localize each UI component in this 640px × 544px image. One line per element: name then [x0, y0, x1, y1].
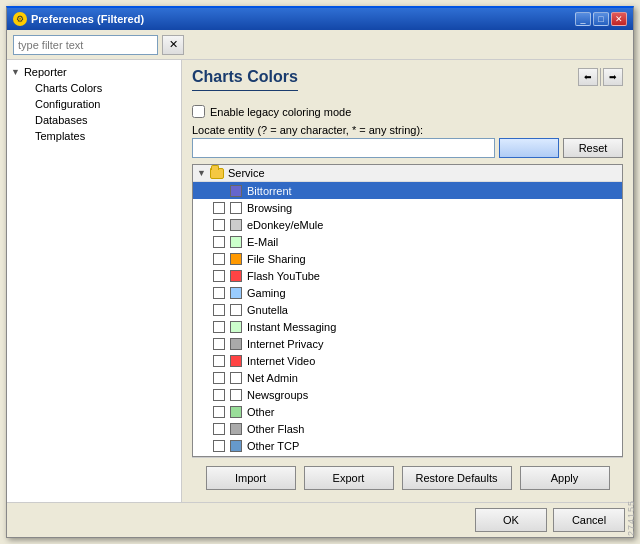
ok-button[interactable]: OK [475, 508, 547, 532]
service-color-file-sharing [230, 253, 242, 265]
sidebar-label-templates: Templates [35, 130, 85, 142]
sidebar-label-config: Configuration [35, 98, 100, 110]
service-checkbox-newsgroups[interactable] [213, 389, 225, 401]
service-label-file-sharing: File Sharing [247, 253, 306, 265]
service-color-browsing [230, 202, 242, 214]
service-item-internet-video[interactable]: Internet Video [193, 352, 622, 369]
service-color-other-flash [230, 423, 242, 435]
enable-legacy-checkbox[interactable] [192, 105, 205, 118]
service-label-other-tcp: Other TCP [247, 440, 299, 452]
sidebar-item-configuration[interactable]: Configuration [7, 96, 181, 112]
service-item-other-tcp[interactable]: Other TCP [193, 437, 622, 454]
minimize-button[interactable]: _ [575, 12, 591, 26]
service-checkbox-edonkey[interactable] [213, 219, 225, 231]
service-item-gnutella[interactable]: Gnutella [193, 301, 622, 318]
service-item-bittorrent[interactable]: Bittorrent [193, 182, 622, 199]
service-checkbox-browsing[interactable] [213, 202, 225, 214]
service-checkbox-other-flash[interactable] [213, 423, 225, 435]
sidebar-label-charts: Charts Colors [35, 82, 102, 94]
service-label-internet-privacy: Internet Privacy [247, 338, 323, 350]
filter-input[interactable] [13, 35, 158, 55]
sidebar-item-charts-colors[interactable]: Charts Colors [7, 80, 181, 96]
sidebar-item-reporter[interactable]: ▼ Reporter [7, 64, 181, 80]
panel-nav: ⬅ ➡ [578, 68, 623, 86]
service-label-instant-messaging: Instant Messaging [247, 321, 336, 333]
service-label-browsing: Browsing [247, 202, 292, 214]
title-bar-left: ⚙ Preferences (Filtered) [13, 12, 144, 26]
sidebar: ▼ Reporter Charts Colors Configuration D… [7, 60, 182, 502]
service-item-flash-youtube[interactable]: Flash YouTube [193, 267, 622, 284]
service-color-other [230, 406, 242, 418]
service-checkbox-bittorrent[interactable] [213, 185, 225, 197]
maximize-button[interactable]: □ [593, 12, 609, 26]
service-checkbox-flash-youtube[interactable] [213, 270, 225, 282]
service-folder-icon [210, 168, 224, 179]
sidebar-label-databases: Databases [35, 114, 88, 126]
service-checkbox-email[interactable] [213, 236, 225, 248]
service-label-internet-video: Internet Video [247, 355, 315, 367]
service-label-edonkey: eDonkey/eMule [247, 219, 323, 231]
export-button[interactable]: Export [304, 466, 394, 490]
title-buttons: _ □ ✕ [575, 12, 627, 26]
service-label-gnutella: Gnutella [247, 304, 288, 316]
service-tree-label: Service [228, 167, 265, 179]
service-checkbox-other[interactable] [213, 406, 225, 418]
service-label-other: Other [247, 406, 275, 418]
locate-inputs: Reset [192, 138, 623, 158]
nav-back-button[interactable]: ⬅ [578, 68, 598, 86]
nav-forward-button[interactable]: ➡ [603, 68, 623, 86]
service-color-instant-messaging [230, 321, 242, 333]
right-panel: Charts Colors ⬅ ➡ Enable legacy coloring… [182, 60, 633, 502]
service-checkbox-internet-video[interactable] [213, 355, 225, 367]
service-checkbox-gaming[interactable] [213, 287, 225, 299]
service-color-edonkey [230, 219, 242, 231]
service-item-internet-privacy[interactable]: Internet Privacy [193, 335, 622, 352]
service-label-newsgroups: Newsgroups [247, 389, 308, 401]
service-item-browsing[interactable]: Browsing [193, 199, 622, 216]
service-checkbox-gnutella[interactable] [213, 304, 225, 316]
window-icon: ⚙ [13, 12, 27, 26]
service-checkbox-net-admin[interactable] [213, 372, 225, 384]
nav-separator [600, 68, 601, 86]
service-color-email [230, 236, 242, 248]
service-item-gaming[interactable]: Gaming [193, 284, 622, 301]
locate-go-button[interactable] [499, 138, 559, 158]
apply-button[interactable]: Apply [520, 466, 610, 490]
service-tree-header: ▼ Service [193, 165, 622, 182]
import-button[interactable]: Import [206, 466, 296, 490]
service-item-net-admin[interactable]: Net Admin [193, 369, 622, 386]
service-item-other[interactable]: Other [193, 403, 622, 420]
cancel-button[interactable]: Cancel [553, 508, 625, 532]
service-checkbox-file-sharing[interactable] [213, 253, 225, 265]
close-button[interactable]: ✕ [611, 12, 627, 26]
bottom-buttons: Import Export Restore Defaults Apply [192, 457, 623, 494]
service-color-newsgroups [230, 389, 242, 401]
sidebar-item-databases[interactable]: Databases [7, 112, 181, 128]
service-expand-icon[interactable]: ▼ [197, 168, 206, 178]
filter-clear-button[interactable]: ✕ [162, 35, 184, 55]
service-color-other-tcp [230, 440, 242, 452]
service-checkbox-other-tcp[interactable] [213, 440, 225, 452]
service-item-other-flash[interactable]: Other Flash [193, 420, 622, 437]
title-bar: ⚙ Preferences (Filtered) _ □ ✕ [7, 8, 633, 30]
locate-reset-button[interactable]: Reset [563, 138, 623, 158]
panel-title: Charts Colors [192, 68, 298, 91]
preferences-window: ⚙ Preferences (Filtered) _ □ ✕ ✕ ▼ Repor… [6, 6, 634, 538]
service-color-internet-video [230, 355, 242, 367]
service-color-gaming [230, 287, 242, 299]
service-item-file-sharing[interactable]: File Sharing [193, 250, 622, 267]
service-item-newsgroups[interactable]: Newsgroups [193, 386, 622, 403]
enable-legacy-row: Enable legacy coloring mode [192, 105, 623, 118]
service-item-edonkey[interactable]: eDonkey/eMule [193, 216, 622, 233]
service-item-email[interactable]: E-Mail [193, 233, 622, 250]
service-item-instant-messaging[interactable]: Instant Messaging [193, 318, 622, 335]
restore-defaults-button[interactable]: Restore Defaults [402, 466, 512, 490]
service-color-bittorrent [230, 185, 242, 197]
locate-input[interactable] [192, 138, 495, 158]
locate-row: Locate entity (? = any character, * = an… [192, 124, 623, 158]
sidebar-item-templates[interactable]: Templates [7, 128, 181, 144]
service-checkbox-internet-privacy[interactable] [213, 338, 225, 350]
window-title: Preferences (Filtered) [31, 13, 144, 25]
service-checkbox-instant-messaging[interactable] [213, 321, 225, 333]
service-color-net-admin [230, 372, 242, 384]
